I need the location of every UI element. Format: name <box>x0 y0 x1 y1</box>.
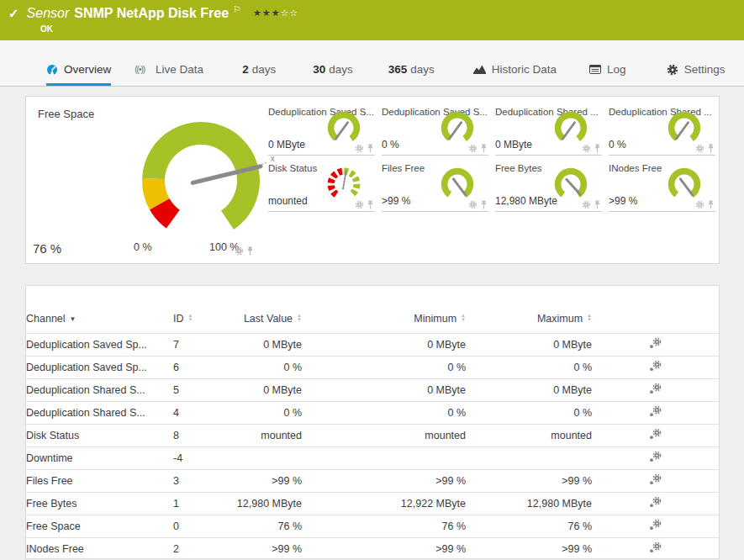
flag-icon: ⚐ <box>233 4 241 15</box>
edit-channel-gear-icon[interactable] <box>649 474 662 485</box>
cell-id: 2 <box>173 538 236 560</box>
column-label: Minimum <box>414 313 456 325</box>
mini-gauge-value: 0 MByte <box>495 139 532 151</box>
mini-gauge-label: INodes Free <box>609 163 662 173</box>
tab-bar: Overview((•))Live Data2days30days365days… <box>0 40 744 87</box>
gauge-settings-gear-icon[interactable] <box>468 144 478 153</box>
tab-label: Overview <box>64 63 111 76</box>
cell-maximum: >99 % <box>466 538 592 560</box>
column-header-minimum[interactable]: Minimum▲▼ <box>302 308 466 334</box>
tab-label: days <box>329 63 353 76</box>
gauge-settings-gear-icon[interactable] <box>695 144 704 153</box>
edit-channel-gear-icon[interactable] <box>649 542 662 553</box>
mini-gauge-value: mounted <box>268 195 308 207</box>
cell-edit-channel <box>592 334 719 357</box>
cell-id: 5 <box>173 379 236 402</box>
tab-log[interactable]: Log <box>589 63 626 86</box>
mini-gauge-actions <box>695 200 715 209</box>
gauge-pin-icon[interactable] <box>707 200 715 209</box>
mini-gauge-label: Disk Status <box>268 163 317 173</box>
gauge-settings-gear-icon[interactable] <box>582 200 591 209</box>
cell-edit-channel <box>592 379 719 402</box>
sensor-title: SNMP NetApp Disk Free <box>74 6 229 21</box>
edit-channel-gear-icon[interactable] <box>649 520 662 531</box>
gauge-pin-icon[interactable] <box>594 200 601 209</box>
cell-channel: Deduplication Saved Sp... <box>26 357 173 379</box>
mini-gauge-dial <box>663 163 705 205</box>
tab-live-data[interactable]: ((•))Live Data <box>135 63 203 86</box>
tab-overview[interactable]: Overview <box>46 63 111 86</box>
column-header-last-value[interactable]: Last Value▲▼ <box>236 308 302 334</box>
gauge-settings-gear-icon[interactable] <box>695 200 704 209</box>
sensor-header-bar: ✓ Sensor SNMP NetApp Disk Free ⚐ ★★★☆☆ O… <box>0 0 744 40</box>
gauge-settings-gear-icon[interactable] <box>355 144 364 153</box>
cell-minimum: mounted <box>302 425 466 447</box>
channels-panel: Channel▼ID▲▼Last Value▲▼Minimum▲▼Maximum… <box>25 285 720 559</box>
edit-channel-gear-icon[interactable] <box>649 338 662 349</box>
tab-settings[interactable]: Settings <box>667 63 726 86</box>
edit-channel-gear-icon[interactable] <box>649 406 662 417</box>
mini-gauge-grid: Deduplication Saved S...0 MByte Deduplic… <box>268 105 715 212</box>
sort-desc-icon: ▼ <box>70 315 77 323</box>
gauge-settings-gear-icon[interactable] <box>582 144 591 153</box>
edit-channel-gear-icon[interactable] <box>649 361 662 372</box>
cell-edit-channel <box>592 357 719 379</box>
cell-maximum <box>466 447 592 470</box>
mini-gauge-deduplication-saved-s: Deduplication Saved S...0 % <box>382 105 488 156</box>
star-empty-icon: ☆☆ <box>281 8 299 18</box>
cell-channel: Deduplication Saved Sp... <box>26 334 173 357</box>
tab-2-days[interactable]: 2days <box>242 63 276 86</box>
cell-maximum: 12,980 MByte <box>466 493 592 515</box>
cell-maximum: 0 MByte <box>466 379 592 402</box>
primary-channel-value: 76 % <box>33 241 61 256</box>
gauge-settings-gear-icon[interactable] <box>355 200 364 209</box>
column-header-maximum[interactable]: Maximum▲▼ <box>466 308 592 334</box>
priority-stars[interactable]: ★★★☆☆ <box>253 8 298 18</box>
mini-gauge-dial <box>663 107 705 149</box>
mini-gauge-value: 12,980 MByte <box>495 195 557 207</box>
cell-edit-channel <box>592 425 719 447</box>
cell-last-value: 76 % <box>236 515 302 538</box>
mini-gauge-value: 0 MByte <box>268 139 305 151</box>
gauge-pin-icon[interactable] <box>594 144 601 153</box>
tab-historic-data[interactable]: Historic Data <box>473 63 557 86</box>
object-kind-label: Sensor <box>27 6 70 21</box>
mini-gauge-dial <box>436 163 478 205</box>
cell-last-value <box>236 447 302 470</box>
cell-id: 7 <box>173 334 236 357</box>
gauge-pin-icon[interactable] <box>246 246 254 256</box>
tab-number: 2 <box>242 63 249 76</box>
cell-maximum: 76 % <box>466 515 592 538</box>
gauge-pin-icon[interactable] <box>480 200 488 209</box>
cell-minimum: 76 % <box>302 515 466 538</box>
gauge-pin-icon[interactable] <box>480 144 488 153</box>
edit-channel-gear-icon[interactable] <box>649 429 662 440</box>
cell-minimum <box>302 447 466 470</box>
edit-channel-gear-icon[interactable] <box>649 452 662 462</box>
mini-gauge-disk-status: Disk Statusmounted <box>268 161 375 212</box>
cell-minimum: 0 % <box>302 402 466 425</box>
edit-channel-gear-icon[interactable] <box>649 497 662 508</box>
table-row: Disk Status8mountedmountedmounted <box>26 425 719 447</box>
edit-channel-gear-icon[interactable] <box>649 383 662 394</box>
gauge-settings-gear-icon[interactable] <box>468 200 478 209</box>
cell-channel: Disk Status <box>26 425 173 447</box>
gauge-settings-gear-icon[interactable] <box>235 246 244 256</box>
gauge-pin-icon[interactable] <box>707 144 715 153</box>
tab-365-days[interactable]: 365days <box>388 63 435 86</box>
tab-label: Historic Data <box>492 63 557 76</box>
column-header-channel[interactable]: Channel▼ <box>26 308 173 334</box>
cell-maximum: 0 % <box>466 402 592 425</box>
tab-30-days[interactable]: 30days <box>313 63 353 86</box>
table-row: Free Space076 %76 %76 % <box>26 515 719 538</box>
tab-label: Settings <box>684 63 726 76</box>
overview-gauge-icon <box>46 64 58 76</box>
mini-gauge-actions <box>355 200 374 209</box>
column-header-id[interactable]: ID▲▼ <box>173 308 236 334</box>
tab-label: Live Data <box>156 63 203 76</box>
gauge-pin-icon[interactable] <box>367 200 374 209</box>
mini-gauge-value: 0 % <box>609 139 626 151</box>
mini-gauge-dial <box>323 163 365 205</box>
gauge-pin-icon[interactable] <box>367 144 374 153</box>
table-row: Downtime-4 <box>26 447 719 470</box>
